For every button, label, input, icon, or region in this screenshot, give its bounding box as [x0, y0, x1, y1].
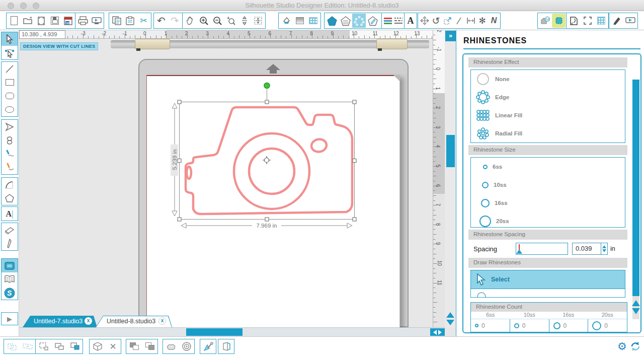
size-option-10ss[interactable]: 10ss [471, 176, 625, 194]
convert-to-path-button[interactable] [90, 339, 105, 353]
spacing-slider-pointer[interactable] [516, 249, 522, 254]
size-6ss-radio[interactable] [483, 165, 488, 169]
move-button[interactable] [419, 14, 430, 28]
zoom-drag-button[interactable] [237, 14, 251, 28]
store-tool[interactable]: S [2, 286, 18, 300]
release-compound-path-button[interactable] [51, 339, 67, 353]
freehand-tool[interactable] [2, 147, 18, 161]
size-16ss-radio[interactable] [481, 199, 490, 207]
send-backward-button[interactable] [142, 339, 157, 353]
zoom-in-button[interactable] [197, 14, 210, 28]
knife-tool[interactable] [2, 237, 18, 250]
mirror-button[interactable] [218, 339, 234, 353]
rotate-button[interactable]: ↺ [430, 14, 442, 28]
scroll-left-arrow[interactable] [433, 330, 437, 335]
preferences-gear-icon[interactable]: ⚙ [617, 340, 627, 352]
registration-target-button[interactable] [179, 339, 194, 353]
send-to-silhouette-button[interactable] [90, 14, 103, 28]
arc-tool[interactable] [2, 178, 18, 191]
make-compound-path-button[interactable] [36, 339, 51, 353]
tab-untitled-8[interactable]: Untitled-8.studio3 x [96, 316, 172, 327]
camera-design[interactable]: 5.239 in 7.969 in [170, 78, 361, 234]
fill-gradient-button[interactable] [293, 14, 306, 28]
effect-option-none[interactable]: None [471, 70, 625, 88]
size-option-16ss[interactable]: 16ss [471, 194, 625, 212]
size-10ss-radio[interactable] [482, 182, 489, 188]
size-option-20ss[interactable]: 20ss [471, 212, 625, 230]
line-tool[interactable] [2, 62, 18, 76]
horizontal-scrollbar[interactable] [19, 327, 445, 336]
print-button[interactable] [76, 14, 90, 28]
save-to-library-button[interactable]: SD [61, 14, 75, 28]
panel-collapse-button[interactable]: » [445, 31, 456, 41]
panel-scrollbar[interactable] [632, 80, 639, 319]
scroll-down-arrow[interactable] [446, 320, 454, 325]
group-button[interactable] [4, 339, 20, 353]
weld-button[interactable] [163, 339, 179, 353]
line-window-button[interactable] [339, 14, 352, 28]
panel-scroll-down-arrow[interactable] [632, 308, 640, 314]
curve-tool[interactable] [2, 133, 18, 147]
effect-option-edge[interactable]: Edge [471, 88, 625, 106]
save-button[interactable] [48, 14, 61, 28]
rhinestone-panel-button[interactable] [552, 14, 566, 28]
sync-refresh-icon[interactable] [630, 341, 641, 352]
paste-button[interactable] [123, 14, 137, 28]
redo-button[interactable]: ↷ [168, 14, 182, 28]
scroll-up-arrow[interactable] [446, 312, 454, 318]
sketch-pens-button[interactable] [610, 14, 623, 28]
bring-forward-button[interactable] [126, 339, 142, 353]
copy-button[interactable] [110, 14, 123, 28]
panel-scroll-up-arrow[interactable] [632, 300, 640, 306]
tab-close-button[interactable]: x [158, 317, 166, 325]
replicate-button[interactable]: ✻ [476, 14, 488, 28]
design-canvas[interactable]: -3-2-1012345678910111213 10.380 , 4.939 … [19, 30, 456, 336]
vertical-scrollbar[interactable]: » [445, 30, 456, 327]
design-page-tool[interactable] [2, 259, 18, 272]
edit-points-tool[interactable] [2, 46, 18, 59]
ellipse-tool[interactable] [2, 103, 18, 116]
library-tool[interactable] [2, 272, 18, 286]
text-style-button[interactable]: A [405, 14, 416, 28]
tab-close-button[interactable]: x [85, 317, 92, 325]
rhinestone-window-button[interactable] [352, 14, 366, 28]
send-to-machine-button[interactable] [623, 14, 637, 28]
effect-option-linear-fill[interactable]: Linear Fill [471, 106, 625, 124]
panel-scroll-thumb[interactable] [632, 80, 639, 296]
delete-button[interactable]: ✕ [105, 339, 121, 353]
select-tool[interactable] [2, 32, 18, 46]
modify-button[interactable]: M [538, 14, 552, 28]
scale-button[interactable] [442, 14, 453, 28]
rectangle-tool[interactable] [2, 76, 18, 89]
scroll-right-arrow[interactable] [438, 330, 442, 335]
zoom-selection-button[interactable] [224, 14, 237, 28]
text-tool[interactable]: A| [2, 207, 18, 221]
fill-pattern-button[interactable] [306, 14, 320, 28]
size-20ss-radio[interactable] [479, 216, 491, 227]
open-recent-button[interactable] [34, 14, 48, 28]
tray-expand-button[interactable]: ▶ [2, 313, 18, 325]
undo-button[interactable]: ↶ [154, 14, 168, 28]
selection-box[interactable] [178, 83, 356, 222]
draw-select-option[interactable]: Select [471, 270, 625, 289]
pan-button[interactable] [183, 14, 197, 28]
horizontal-scroll-thumb[interactable] [186, 328, 243, 336]
sketch-window-button[interactable] [366, 14, 379, 28]
spacing-slider[interactable] [516, 243, 568, 255]
new-document-button[interactable] [7, 14, 21, 28]
size-option-6ss[interactable]: 6ss [471, 158, 625, 176]
open-button[interactable] [21, 14, 34, 28]
spacing-tool-button[interactable] [465, 14, 476, 28]
shear-button[interactable]: ∕ [453, 14, 465, 28]
smooth-freehand-tool[interactable] [2, 161, 18, 174]
tab-untitled-7[interactable]: Untitled-7.studio3 x [23, 316, 97, 327]
rounded-rectangle-tool[interactable] [2, 89, 18, 103]
horizontal-scroll-arrows[interactable] [430, 328, 445, 336]
spacing-value-input[interactable]: 0.039 [572, 243, 601, 255]
nest-button[interactable]: N [488, 14, 500, 28]
line-style-button[interactable] [393, 14, 404, 28]
eraser-tool[interactable] [2, 223, 18, 237]
page-setup-button[interactable] [567, 14, 581, 28]
zoom-out-button[interactable] [210, 14, 224, 28]
fill-color-button[interactable] [279, 14, 293, 28]
